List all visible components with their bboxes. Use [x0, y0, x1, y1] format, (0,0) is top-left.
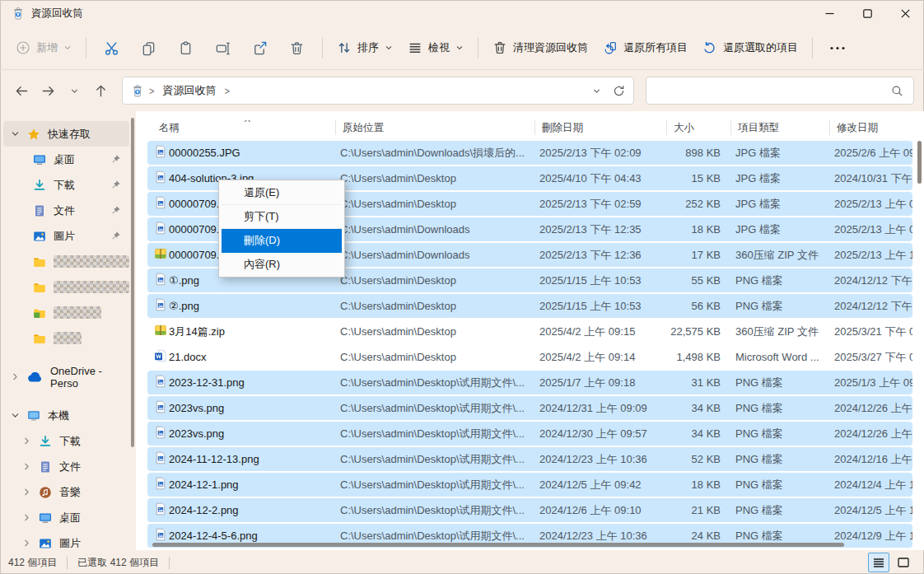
- title-bar: 資源回收筒: [0, 0, 924, 26]
- trash-icon: [492, 40, 507, 55]
- address-bar[interactable]: > 資源回收筒 >: [122, 77, 634, 105]
- file-name: 21.docx: [169, 351, 335, 363]
- view-button[interactable]: 檢視: [400, 35, 471, 61]
- table-row[interactable]: 2024-12-2.pngC:\Users\admin\Desktop\试用期文…: [147, 498, 912, 522]
- column-header-original-location[interactable]: 原始位置: [335, 120, 534, 135]
- recent-locations-chevron[interactable]: [61, 77, 87, 104]
- column-header-size[interactable]: 大小: [666, 120, 721, 135]
- deleted-date: 2024/12/30 上午 09:57: [534, 427, 666, 441]
- sidebar-item-音樂[interactable]: 音樂: [3, 479, 129, 505]
- forward-button[interactable]: [35, 77, 61, 104]
- column-header-deleted-date[interactable]: 刪除日期: [534, 120, 666, 135]
- new-button[interactable]: 新增: [8, 35, 79, 61]
- horizontal-scrollbar[interactable]: [152, 543, 844, 547]
- documents-icon: [33, 204, 46, 217]
- sidebar-item-桌面[interactable]: 桌面: [3, 147, 129, 172]
- context-menu-item[interactable]: 內容(R): [222, 253, 342, 276]
- file-name: 2023-12-31.png: [169, 376, 335, 389]
- sidebar-item-圖片[interactable]: 圖片: [3, 530, 129, 556]
- paste-button[interactable]: [167, 35, 204, 62]
- sidebar-item-this-pc[interactable]: 本機: [3, 403, 129, 428]
- table-row[interactable]: 2024-11-12-13.pngC:\Users\admin\Desktop\…: [147, 447, 912, 471]
- cloud-icon: [27, 372, 43, 382]
- details-view-toggle[interactable]: [868, 553, 889, 572]
- minimize-button[interactable]: [810, 0, 848, 26]
- image-file-icon: [154, 477, 167, 490]
- sidebar-item-label: 音樂: [59, 485, 81, 500]
- context-menu-item[interactable]: 剪下(T): [222, 205, 342, 229]
- original-location: C:\Users\admin\Desktop: [335, 300, 534, 312]
- desktop-icon: [39, 511, 52, 525]
- vertical-scrollbar[interactable]: [917, 141, 922, 184]
- sidebar-item-桌面[interactable]: 桌面: [3, 505, 129, 530]
- column-header-name[interactable]: 名稱: [147, 120, 335, 135]
- more-options-button[interactable]: [819, 40, 856, 56]
- sidebar-item-label: 桌面: [59, 511, 81, 525]
- table-row[interactable]: 00000255.JPGC:\Users\admin\Downloads\損壞后…: [147, 141, 912, 165]
- sidebar-item-redacted-folder[interactable]: [3, 325, 129, 351]
- modified-date: 2025/1/3 上午 09: [829, 376, 912, 390]
- word-file-icon: [154, 349, 167, 362]
- close-button[interactable]: [886, 0, 924, 26]
- deleted-date: 2024/12/31 上午 09:09: [534, 401, 666, 416]
- rename-button[interactable]: [204, 35, 241, 62]
- file-icon-cell: [147, 196, 169, 212]
- file-size: 898 KB: [666, 147, 721, 159]
- table-row[interactable]: 2023vs.pngC:\Users\admin\Desktop\试用期文件\.…: [147, 396, 912, 420]
- sidebar-item-文件[interactable]: 文件: [3, 454, 129, 479]
- item-type: JPG 檔案: [730, 222, 829, 237]
- up-button[interactable]: [87, 77, 114, 104]
- restore-selected-button[interactable]: 還原選取的項目: [695, 35, 805, 61]
- copy-icon: [141, 40, 156, 56]
- sidebar-item-文件[interactable]: 文件: [3, 198, 129, 223]
- back-button[interactable]: [8, 77, 35, 104]
- original-location: C:\Users\admin\Desktop: [335, 351, 534, 363]
- breadcrumb-root[interactable]: 資源回收筒: [159, 82, 219, 100]
- context-menu-item[interactable]: 還原(E): [222, 181, 342, 205]
- sidebar-item-redacted-folder[interactable]: [3, 300, 129, 325]
- file-icon-cell: [147, 451, 169, 467]
- table-row[interactable]: 2023vs.pngC:\Users\admin\Desktop\试用期文件\.…: [147, 422, 912, 446]
- image-file-icon: [154, 170, 167, 184]
- cut-button[interactable]: [93, 35, 130, 62]
- sidebar-item-下載[interactable]: 下載: [3, 172, 129, 198]
- column-header-modified-date[interactable]: 修改日期: [829, 120, 912, 135]
- deleted-date: 2024/12/23 上午 10:36: [534, 529, 666, 544]
- delete-button[interactable]: [278, 35, 315, 62]
- file-size: 252 KB: [666, 198, 721, 210]
- refresh-icon[interactable]: [613, 85, 625, 97]
- empty-recycle-bin-button[interactable]: 清理資源回收筒: [485, 35, 595, 61]
- sidebar-item-圖片[interactable]: 圖片: [3, 223, 129, 249]
- sort-button[interactable]: 排序: [329, 35, 400, 61]
- item-type: PNG 檔案: [730, 401, 829, 416]
- search-input[interactable]: [646, 77, 914, 105]
- table-row[interactable]: 2024-12-1.pngC:\Users\admin\Desktop\试用期文…: [147, 473, 912, 497]
- pin-icon: [110, 180, 121, 190]
- table-row[interactable]: 21.docxC:\Users\admin\Desktop2025/4/2 上午…: [147, 345, 912, 369]
- window-controls: [810, 0, 924, 26]
- sidebar-item-label: 桌面: [54, 152, 75, 167]
- maximize-button[interactable]: [848, 0, 886, 26]
- sidebar-item-下載[interactable]: 下載: [3, 428, 129, 454]
- restore-all-button[interactable]: 還原所有項目: [595, 35, 695, 61]
- context-menu-item[interactable]: 刪除(D): [222, 229, 342, 253]
- share-button[interactable]: [241, 35, 278, 62]
- sidebar-item-redacted-folder[interactable]: [3, 249, 129, 274]
- sidebar-item-quick-access[interactable]: 快速存取: [3, 121, 129, 147]
- copy-button[interactable]: [130, 35, 167, 62]
- thumbnail-view-toggle[interactable]: [893, 553, 914, 572]
- deleted-date: 2024/12/6 上午 09:10: [534, 503, 666, 518]
- image-file-icon: [154, 196, 167, 209]
- sidebar-scrollbar[interactable]: [131, 118, 134, 447]
- pin-icon: [110, 205, 121, 216]
- item-type: PNG 檔案: [730, 273, 829, 288]
- sidebar-item-onedrive[interactable]: OneDrive - Perso: [3, 364, 129, 390]
- column-header-item-type[interactable]: 項目類型: [730, 120, 829, 135]
- table-row[interactable]: 2023-12-31.pngC:\Users\admin\Desktop\试用期…: [147, 371, 912, 394]
- table-row[interactable]: 3月14篇.zipC:\Users\admin\Desktop2025/4/2 …: [147, 320, 912, 343]
- chev-down-icon: [10, 129, 20, 138]
- address-dropdown-chevron[interactable]: [592, 86, 601, 96]
- deleted-date: 2025/4/2 上午 09:15: [534, 324, 666, 339]
- table-row[interactable]: ②.pngC:\Users\admin\Desktop2025/1/15 上午 …: [147, 294, 912, 318]
- sidebar-item-redacted-folder[interactable]: [3, 274, 129, 300]
